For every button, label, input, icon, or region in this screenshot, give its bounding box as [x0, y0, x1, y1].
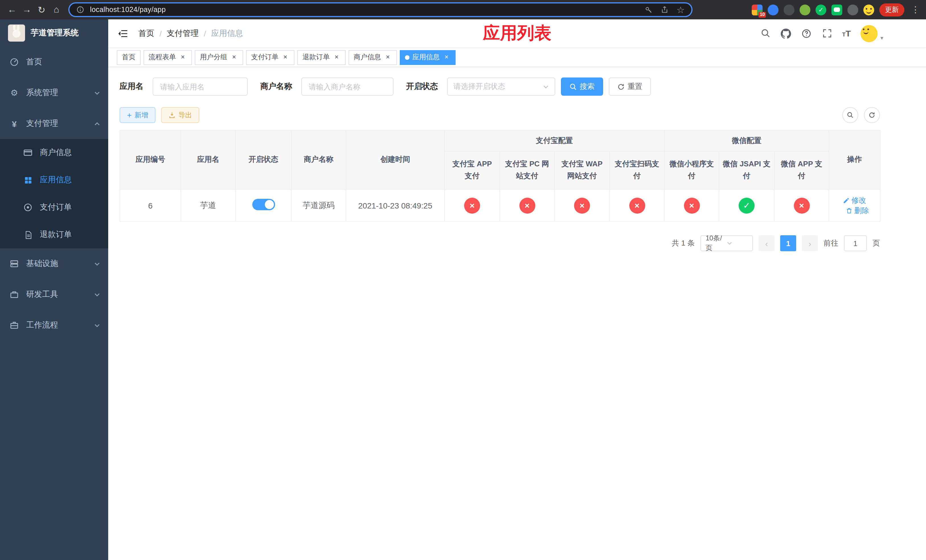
- refresh-table-button[interactable]: [864, 107, 880, 123]
- sidebar-item-label: 研发工具: [26, 289, 58, 300]
- cell-app-name: 芋道: [181, 189, 236, 221]
- user-menu[interactable]: ▾: [861, 25, 883, 42]
- toggle-search-button[interactable]: [842, 107, 858, 123]
- extension-drop-icon[interactable]: [768, 4, 779, 15]
- breadcrumb: 首页 / 支付管理 / 应用信息: [138, 28, 243, 38]
- page-size-value: 10条/页: [706, 233, 727, 253]
- fullscreen-icon[interactable]: [822, 28, 832, 39]
- col-header-alipay-wap: 支付宝 WAP 网站支付: [554, 151, 610, 189]
- address-bar[interactable]: localhost:1024/pay/app ☆: [68, 2, 693, 17]
- browser-update-button[interactable]: 更新: [879, 3, 904, 16]
- tab-user-group[interactable]: 用户分组×: [195, 50, 243, 65]
- merchant-name-input[interactable]: [301, 77, 393, 96]
- back-icon[interactable]: ←: [5, 2, 20, 17]
- current-page-button[interactable]: 1: [780, 235, 796, 251]
- url-text[interactable]: localhost:1024/pay/app: [90, 6, 643, 14]
- tab-close-icon[interactable]: ×: [384, 53, 392, 61]
- reset-button[interactable]: 重置: [609, 77, 651, 96]
- add-button[interactable]: + 新增: [120, 107, 156, 123]
- sidebar-item-dev-tools[interactable]: 研发工具: [0, 279, 108, 310]
- home-icon[interactable]: ⌂: [49, 2, 64, 17]
- next-page-button[interactable]: ›: [802, 235, 818, 251]
- sidebar-item-payment[interactable]: ¥ 支付管理: [0, 108, 108, 139]
- edit-link[interactable]: 修改: [843, 195, 866, 205]
- app-name-input[interactable]: [153, 77, 248, 96]
- extension-check-icon[interactable]: ✓: [816, 4, 826, 15]
- goto-page-input[interactable]: [844, 235, 867, 251]
- password-key-icon[interactable]: [643, 5, 654, 15]
- tab-app-info[interactable]: 应用信息×: [400, 50, 455, 65]
- tab-merchant-info[interactable]: 商户信息×: [348, 50, 397, 65]
- tab-close-icon[interactable]: ×: [179, 53, 187, 61]
- sidebar-item-refund-orders[interactable]: 退款订单: [0, 221, 108, 248]
- github-icon[interactable]: [781, 28, 791, 39]
- delete-link[interactable]: 删除: [846, 205, 869, 216]
- tab-close-icon[interactable]: ×: [230, 53, 238, 61]
- cell-created: 2021-10-23 08:49:25: [346, 189, 445, 221]
- config-status: ×: [629, 197, 645, 213]
- logo-avatar: [8, 24, 25, 42]
- reset-button-label: 重置: [628, 82, 642, 92]
- col-header-alipay-qr: 支付宝扫码支付: [610, 151, 664, 189]
- download-icon: [169, 112, 176, 118]
- reload-icon[interactable]: ↻: [34, 2, 49, 17]
- col-header-wx-mini: 微信小程序支付: [664, 151, 719, 189]
- tab-close-icon[interactable]: ×: [333, 53, 340, 61]
- help-icon[interactable]: [801, 28, 812, 39]
- extension-apps-icon[interactable]: 10: [752, 4, 763, 15]
- browser-menu-icon[interactable]: ⋮: [909, 5, 921, 15]
- plus-icon: +: [127, 111, 132, 119]
- extension-dark-icon[interactable]: [784, 4, 794, 15]
- col-header-status: 开启状态: [236, 130, 291, 189]
- breadcrumb-payment[interactable]: 支付管理: [167, 28, 199, 38]
- tab-label: 商户信息: [354, 52, 381, 62]
- tab-close-icon[interactable]: ×: [281, 53, 289, 61]
- site-info-icon[interactable]: [75, 5, 85, 15]
- breadcrumb-separator: /: [159, 29, 162, 38]
- page-size-select[interactable]: 10条/页: [701, 235, 753, 251]
- sidebar-item-payment-orders[interactable]: 支付订单: [0, 194, 108, 221]
- extension-chat-icon[interactable]: [831, 4, 842, 15]
- status-select[interactable]: 请选择开启状态: [447, 77, 555, 96]
- search-icon[interactable]: [760, 28, 771, 39]
- sidebar-item-system[interactable]: ⚙ 系统管理: [0, 77, 108, 108]
- enabled-toggle[interactable]: [252, 199, 275, 210]
- extension-avatar-icon[interactable]: [800, 4, 810, 15]
- bookmark-star-icon[interactable]: ☆: [675, 5, 686, 15]
- breadcrumb-home[interactable]: 首页: [138, 28, 154, 38]
- share-icon[interactable]: [660, 5, 670, 15]
- col-header-wx-jsapi: 微信 JSAPI 支付: [719, 151, 774, 189]
- pagination-total: 共 1 条: [672, 238, 695, 248]
- sidebar-logo[interactable]: 芋道管理系统: [0, 20, 108, 47]
- col-header-wx-app: 微信 APP 支付: [774, 151, 829, 189]
- sidebar-item-infrastructure[interactable]: 基础设施: [0, 248, 108, 279]
- breadcrumb-separator: /: [204, 29, 206, 38]
- config-status: ×: [519, 197, 535, 213]
- tab-payment-orders[interactable]: 支付订单×: [246, 50, 294, 65]
- col-header-alipay-app: 支付宝 APP 支付: [445, 151, 500, 189]
- export-button[interactable]: 导出: [161, 107, 199, 123]
- chevron-up-icon: [94, 121, 100, 127]
- extension-puzzle-icon[interactable]: [847, 4, 858, 15]
- font-size-icon[interactable]: TT: [842, 29, 851, 38]
- forward-icon[interactable]: →: [20, 2, 34, 17]
- search-button[interactable]: 搜索: [561, 77, 603, 96]
- config-status: ×: [574, 197, 590, 213]
- col-header-created: 创建时间: [346, 130, 445, 189]
- tab-refund-orders[interactable]: 退款订单×: [297, 50, 346, 65]
- sidebar-item-home[interactable]: 首页: [0, 47, 108, 77]
- grid-icon: [23, 175, 33, 185]
- sidebar-item-app-info[interactable]: 应用信息: [0, 166, 108, 194]
- extension-emoji-icon[interactable]: [863, 4, 874, 15]
- add-button-label: 新增: [135, 110, 148, 120]
- tab-home[interactable]: 首页: [117, 50, 141, 65]
- active-tab-dot: [405, 55, 410, 59]
- sidebar-item-workflow[interactable]: 工作流程: [0, 310, 108, 341]
- tab-close-icon[interactable]: ×: [442, 53, 451, 61]
- sidebar-collapse-icon[interactable]: [117, 27, 129, 39]
- prev-page-button[interactable]: ‹: [758, 235, 775, 251]
- app-header: 首页 / 支付管理 / 应用信息 应用列表: [108, 20, 926, 48]
- sidebar-item-merchant-info[interactable]: 商户信息: [0, 139, 108, 166]
- tab-process-form[interactable]: 流程表单×: [144, 50, 192, 65]
- infra-icon: [9, 259, 20, 269]
